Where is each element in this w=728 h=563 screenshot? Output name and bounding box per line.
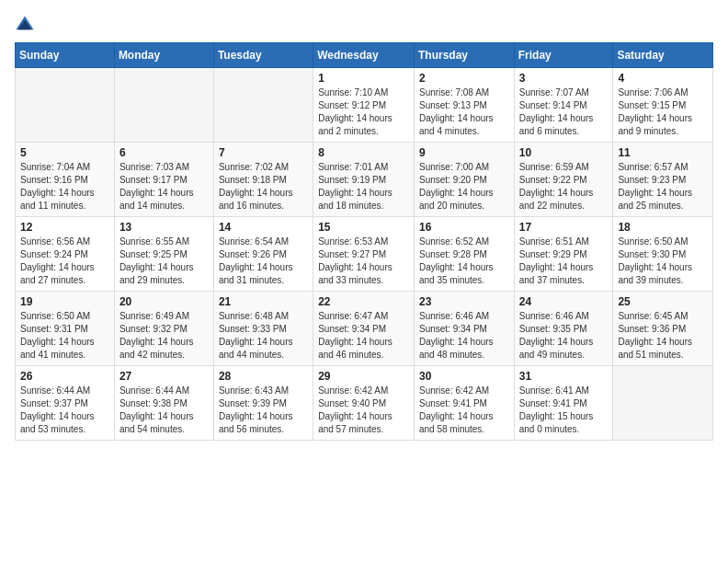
- header-wednesday: Wednesday: [313, 43, 415, 68]
- day-cell: 29Sunrise: 6:42 AMSunset: 9:40 PMDayligh…: [313, 366, 415, 441]
- day-number: 21: [219, 295, 308, 308]
- day-cell: 13Sunrise: 6:55 AMSunset: 9:25 PMDayligh…: [114, 217, 213, 292]
- day-cell: 16Sunrise: 6:52 AMSunset: 9:28 PMDayligh…: [414, 217, 514, 292]
- day-cell: 28Sunrise: 6:43 AMSunset: 9:39 PMDayligh…: [213, 366, 313, 441]
- day-cell: 20Sunrise: 6:49 AMSunset: 9:32 PMDayligh…: [114, 292, 213, 366]
- day-cell: 8Sunrise: 7:01 AMSunset: 9:19 PMDaylight…: [313, 143, 415, 217]
- day-cell: 6Sunrise: 7:03 AMSunset: 9:17 PMDaylight…: [114, 143, 213, 217]
- day-number: 18: [618, 221, 708, 234]
- day-cell: 24Sunrise: 6:46 AMSunset: 9:35 PMDayligh…: [514, 292, 613, 366]
- day-info: Sunrise: 6:46 AMSunset: 9:34 PMDaylight:…: [419, 310, 509, 362]
- day-cell: [613, 366, 713, 441]
- day-number: 26: [20, 370, 109, 383]
- day-number: 7: [219, 146, 308, 159]
- day-number: 14: [219, 221, 308, 234]
- day-cell: 9Sunrise: 7:00 AMSunset: 9:20 PMDaylight…: [414, 143, 514, 217]
- header-tuesday: Tuesday: [213, 43, 313, 68]
- day-info: Sunrise: 7:08 AMSunset: 9:13 PMDaylight:…: [419, 86, 509, 138]
- day-cell: 27Sunrise: 6:44 AMSunset: 9:38 PMDayligh…: [114, 366, 213, 441]
- day-info: Sunrise: 6:43 AMSunset: 9:39 PMDaylight:…: [219, 385, 308, 436]
- day-info: Sunrise: 6:54 AMSunset: 9:26 PMDaylight:…: [219, 236, 308, 287]
- day-info: Sunrise: 6:46 AMSunset: 9:35 PMDaylight:…: [519, 310, 609, 362]
- day-number: 19: [20, 295, 109, 308]
- week-row-3: 12Sunrise: 6:56 AMSunset: 9:24 PMDayligh…: [16, 217, 713, 292]
- day-cell: 15Sunrise: 6:53 AMSunset: 9:27 PMDayligh…: [313, 217, 415, 292]
- day-number: 1: [318, 72, 409, 85]
- day-number: 4: [618, 72, 708, 85]
- day-info: Sunrise: 6:49 AMSunset: 9:32 PMDaylight:…: [119, 310, 209, 362]
- day-info: Sunrise: 6:48 AMSunset: 9:33 PMDaylight:…: [219, 310, 308, 362]
- header-saturday: Saturday: [613, 43, 713, 68]
- day-cell: 22Sunrise: 6:47 AMSunset: 9:34 PMDayligh…: [313, 292, 415, 366]
- page-header: [15, 15, 713, 35]
- day-number: 9: [419, 146, 509, 159]
- day-cell: 5Sunrise: 7:04 AMSunset: 9:16 PMDaylight…: [16, 143, 115, 217]
- day-number: 8: [318, 146, 409, 159]
- day-info: Sunrise: 6:51 AMSunset: 9:29 PMDaylight:…: [519, 236, 609, 287]
- day-number: 15: [318, 221, 409, 234]
- day-number: 23: [419, 295, 509, 308]
- day-cell: 30Sunrise: 6:42 AMSunset: 9:41 PMDayligh…: [414, 366, 514, 441]
- day-cell: 12Sunrise: 6:56 AMSunset: 9:24 PMDayligh…: [16, 217, 115, 292]
- day-info: Sunrise: 7:00 AMSunset: 9:20 PMDaylight:…: [419, 161, 509, 213]
- day-number: 27: [119, 370, 209, 383]
- day-number: 3: [519, 72, 609, 85]
- day-cell: 21Sunrise: 6:48 AMSunset: 9:33 PMDayligh…: [213, 292, 313, 366]
- calendar-table: SundayMondayTuesdayWednesdayThursdayFrid…: [15, 42, 713, 441]
- header-thursday: Thursday: [414, 43, 514, 68]
- week-row-1: 1Sunrise: 7:10 AMSunset: 9:12 PMDaylight…: [16, 68, 713, 143]
- day-number: 2: [419, 72, 509, 85]
- logo: [15, 15, 37, 35]
- header-sunday: Sunday: [16, 43, 115, 68]
- day-info: Sunrise: 7:02 AMSunset: 9:18 PMDaylight:…: [219, 161, 308, 213]
- day-info: Sunrise: 7:03 AMSunset: 9:17 PMDaylight:…: [119, 161, 209, 213]
- day-info: Sunrise: 6:45 AMSunset: 9:36 PMDaylight:…: [618, 310, 708, 362]
- day-info: Sunrise: 7:06 AMSunset: 9:15 PMDaylight:…: [618, 86, 708, 138]
- day-number: 5: [20, 146, 109, 159]
- day-cell: 23Sunrise: 6:46 AMSunset: 9:34 PMDayligh…: [414, 292, 514, 366]
- weekday-header-row: SundayMondayTuesdayWednesdayThursdayFrid…: [16, 43, 713, 68]
- day-cell: 4Sunrise: 7:06 AMSunset: 9:15 PMDaylight…: [613, 68, 713, 143]
- day-number: 30: [419, 370, 509, 383]
- day-number: 28: [219, 370, 308, 383]
- day-cell: 17Sunrise: 6:51 AMSunset: 9:29 PMDayligh…: [514, 217, 613, 292]
- day-number: 22: [318, 295, 409, 308]
- day-cell: 7Sunrise: 7:02 AMSunset: 9:18 PMDaylight…: [213, 143, 313, 217]
- day-info: Sunrise: 6:50 AMSunset: 9:30 PMDaylight:…: [618, 236, 708, 287]
- day-cell: 10Sunrise: 6:59 AMSunset: 9:22 PMDayligh…: [514, 143, 613, 217]
- day-number: 24: [519, 295, 609, 308]
- day-info: Sunrise: 6:57 AMSunset: 9:23 PMDaylight:…: [618, 161, 708, 213]
- day-info: Sunrise: 6:59 AMSunset: 9:22 PMDaylight:…: [519, 161, 609, 213]
- logo-icon: [15, 15, 35, 35]
- day-info: Sunrise: 6:50 AMSunset: 9:31 PMDaylight:…: [20, 310, 109, 362]
- day-number: 6: [119, 146, 209, 159]
- day-info: Sunrise: 7:07 AMSunset: 9:14 PMDaylight:…: [519, 86, 609, 138]
- day-number: 10: [519, 146, 609, 159]
- day-cell: 26Sunrise: 6:44 AMSunset: 9:37 PMDayligh…: [16, 366, 115, 441]
- day-info: Sunrise: 6:42 AMSunset: 9:41 PMDaylight:…: [419, 385, 509, 436]
- header-friday: Friday: [514, 43, 613, 68]
- day-cell: 14Sunrise: 6:54 AMSunset: 9:26 PMDayligh…: [213, 217, 313, 292]
- day-number: 11: [618, 146, 708, 159]
- day-number: 29: [318, 370, 409, 383]
- day-cell: 18Sunrise: 6:50 AMSunset: 9:30 PMDayligh…: [613, 217, 713, 292]
- day-info: Sunrise: 6:44 AMSunset: 9:37 PMDaylight:…: [20, 385, 109, 436]
- day-cell: 2Sunrise: 7:08 AMSunset: 9:13 PMDaylight…: [414, 68, 514, 143]
- day-info: Sunrise: 7:10 AMSunset: 9:12 PMDaylight:…: [318, 86, 409, 138]
- day-cell: 19Sunrise: 6:50 AMSunset: 9:31 PMDayligh…: [16, 292, 115, 366]
- day-info: Sunrise: 6:42 AMSunset: 9:40 PMDaylight:…: [318, 385, 409, 436]
- day-cell: 11Sunrise: 6:57 AMSunset: 9:23 PMDayligh…: [613, 143, 713, 217]
- week-row-5: 26Sunrise: 6:44 AMSunset: 9:37 PMDayligh…: [16, 366, 713, 441]
- week-row-2: 5Sunrise: 7:04 AMSunset: 9:16 PMDaylight…: [16, 143, 713, 217]
- day-cell: 3Sunrise: 7:07 AMSunset: 9:14 PMDaylight…: [514, 68, 613, 143]
- day-number: 17: [519, 221, 609, 234]
- day-number: 25: [618, 295, 708, 308]
- day-info: Sunrise: 6:53 AMSunset: 9:27 PMDaylight:…: [318, 236, 409, 287]
- day-info: Sunrise: 6:55 AMSunset: 9:25 PMDaylight:…: [119, 236, 209, 287]
- day-info: Sunrise: 7:04 AMSunset: 9:16 PMDaylight:…: [20, 161, 109, 213]
- day-number: 31: [519, 370, 609, 383]
- day-cell: 25Sunrise: 6:45 AMSunset: 9:36 PMDayligh…: [613, 292, 713, 366]
- day-number: 16: [419, 221, 509, 234]
- header-monday: Monday: [114, 43, 213, 68]
- day-info: Sunrise: 7:01 AMSunset: 9:19 PMDaylight:…: [318, 161, 409, 213]
